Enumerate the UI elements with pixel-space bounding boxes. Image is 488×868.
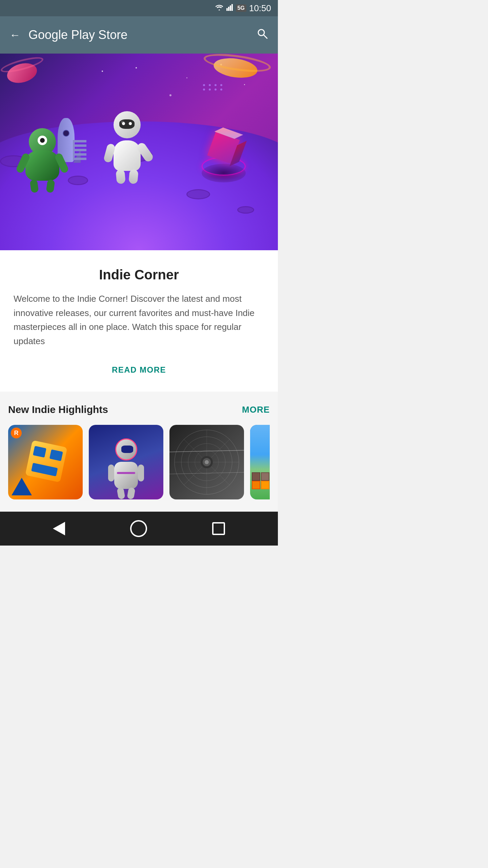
highlights-section: New Indie Highlights MORE R: [0, 392, 278, 512]
app-bar-title: Google Play Store: [28, 28, 127, 42]
cube-crater: [197, 128, 251, 182]
svg-rect-1: [228, 7, 229, 11]
r-badge: R: [11, 428, 22, 438]
svg-point-18: [205, 460, 209, 464]
wifi-icon: [215, 3, 224, 13]
games-row: R: [8, 425, 270, 499]
svg-rect-3: [231, 4, 233, 11]
status-bar: 5G 10:50: [0, 0, 278, 16]
game-card-4[interactable]: [250, 425, 270, 499]
highlights-header: New Indie Highlights MORE: [8, 404, 270, 415]
more-button[interactable]: MORE: [242, 405, 270, 415]
alien: [15, 128, 69, 189]
read-more-button[interactable]: READ MORE: [108, 362, 169, 378]
content-section: Indie Corner Welcome to the Indie Corner…: [0, 250, 278, 392]
recent-nav-button[interactable]: [212, 522, 225, 535]
game-card-2[interactable]: [89, 425, 163, 499]
signal-icon: [226, 3, 233, 13]
search-button[interactable]: [256, 27, 268, 42]
home-nav-button[interactable]: [130, 520, 147, 537]
game-card-1[interactable]: R: [8, 425, 83, 499]
back-button[interactable]: ←: [9, 29, 20, 40]
section-title: Indie Corner: [14, 267, 264, 282]
svg-rect-2: [230, 5, 231, 11]
app-bar-left: ← Google Play Store: [9, 28, 127, 42]
svg-rect-0: [226, 8, 228, 11]
space-scene: [0, 54, 278, 250]
hero-banner: [0, 54, 278, 250]
crater-5: [237, 206, 254, 214]
game-card-3[interactable]: [169, 425, 244, 499]
home-nav-icon: [130, 520, 147, 537]
status-icons: 5G 10:50: [215, 3, 271, 14]
triangle-icon: [12, 478, 32, 495]
status-time: 10:50: [249, 3, 271, 14]
crater-2: [68, 176, 88, 185]
crater-4: [186, 189, 210, 199]
back-nav-icon: [53, 522, 65, 535]
5g-badge: 5G: [236, 4, 246, 12]
app-bar: ← Google Play Store: [0, 16, 278, 54]
nav-bar: [0, 512, 278, 546]
astronaut: [105, 111, 149, 179]
back-nav-button[interactable]: [53, 522, 65, 535]
svg-line-5: [264, 35, 267, 38]
dot-decoration: [203, 84, 224, 91]
highlights-title: New Indie Highlights: [8, 404, 108, 415]
section-description: Welcome to the Indie Corner! Discover th…: [14, 292, 264, 348]
spiral-icon: [169, 425, 244, 499]
recent-nav-icon: [212, 522, 225, 535]
